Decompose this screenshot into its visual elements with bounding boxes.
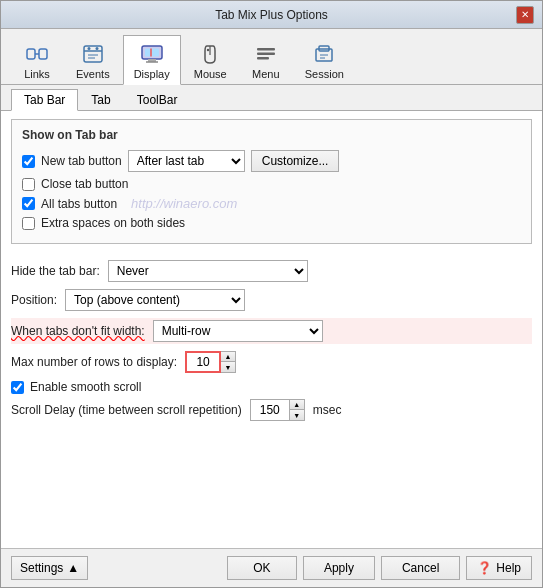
position-dropdown[interactable]: Top (above content) Bottom (below conten… <box>65 289 245 311</box>
smooth-scroll-row: Enable smooth scroll <box>11 380 532 394</box>
toolbar-item-display[interactable]: Display <box>123 35 181 85</box>
svg-rect-0 <box>27 49 35 59</box>
svg-rect-18 <box>257 57 269 60</box>
all-tabs-label[interactable]: All tabs button <box>41 197 117 211</box>
svg-rect-1 <box>39 49 47 59</box>
svg-rect-16 <box>257 48 275 51</box>
links-label: Links <box>24 68 50 80</box>
session-icon <box>310 40 338 68</box>
max-rows-label: Max number of rows to display: <box>11 355 177 369</box>
close-tab-button-row: Close tab button <box>22 177 521 191</box>
footer: Settings ▲ OK Apply Cancel ❓ Help <box>1 548 542 587</box>
section-inner: New tab button After last tab Before fir… <box>22 150 521 230</box>
scroll-delay-unit: msec <box>313 403 342 417</box>
settings-button[interactable]: Settings ▲ <box>11 556 88 580</box>
max-rows-input[interactable] <box>185 351 221 373</box>
svg-point-15 <box>207 49 209 51</box>
scroll-delay-spinner: ▲ ▼ <box>250 399 305 421</box>
hide-tab-bar-row: Hide the tab bar: Never When only one ta… <box>11 260 532 282</box>
svg-rect-17 <box>257 53 275 56</box>
tab-tab-bar[interactable]: Tab Bar <box>11 89 78 111</box>
content-area: Show on Tab bar New tab button After las… <box>1 111 542 548</box>
events-label: Events <box>76 68 110 80</box>
scroll-delay-label: Scroll Delay (time between scroll repeti… <box>11 403 242 417</box>
events-icon <box>79 40 107 68</box>
help-label: Help <box>496 561 521 575</box>
new-tab-position-dropdown[interactable]: After last tab Before first tab After cu… <box>128 150 245 172</box>
extra-spaces-row: Extra spaces on both sides <box>22 216 521 230</box>
footer-right: OK Apply Cancel ❓ Help <box>227 556 532 580</box>
max-rows-spinner: ▲ ▼ <box>185 351 236 373</box>
position-label: Position: <box>11 293 57 307</box>
settings-label: Settings <box>20 561 63 575</box>
new-tab-checkbox[interactable] <box>22 155 35 168</box>
help-icon: ❓ <box>477 561 492 575</box>
apply-button[interactable]: Apply <box>303 556 375 580</box>
extra-spaces-label[interactable]: Extra spaces on both sides <box>41 216 185 230</box>
when-tabs-label: When tabs don't fit width: <box>11 324 145 338</box>
ok-button[interactable]: OK <box>227 556 297 580</box>
svg-rect-12 <box>145 49 159 57</box>
all-tabs-checkbox[interactable] <box>22 197 35 210</box>
smooth-scroll-label[interactable]: Enable smooth scroll <box>30 380 141 394</box>
scroll-delay-spinner-buttons: ▲ ▼ <box>290 399 305 421</box>
close-tab-checkbox[interactable] <box>22 178 35 191</box>
when-tabs-row: When tabs don't fit width: Multi-row Scr… <box>11 318 532 344</box>
scroll-delay-up-button[interactable]: ▲ <box>290 400 304 410</box>
spinner-up-button[interactable]: ▲ <box>221 352 235 362</box>
main-window: Tab Mix Plus Options ✕ Links <box>0 0 543 588</box>
cancel-button[interactable]: Cancel <box>381 556 460 580</box>
display-icon <box>138 40 166 68</box>
spinner-buttons: ▲ ▼ <box>221 351 236 373</box>
links-icon <box>23 40 51 68</box>
display-label: Display <box>134 68 170 80</box>
tab-toolbar[interactable]: ToolBar <box>124 89 191 110</box>
mouse-label: Mouse <box>194 68 227 80</box>
hide-tab-bar-label: Hide the tab bar: <box>11 264 100 278</box>
smooth-scroll-checkbox[interactable] <box>11 381 24 394</box>
watermark: http://winaero.com <box>131 196 237 211</box>
mouse-icon <box>196 40 224 68</box>
hide-tab-bar-dropdown[interactable]: Never When only one tab Always <box>108 260 308 282</box>
extra-spaces-checkbox[interactable] <box>22 217 35 230</box>
svg-point-6 <box>95 47 98 50</box>
scroll-delay-down-button[interactable]: ▼ <box>290 410 304 420</box>
all-tabs-button-row: All tabs button http://winaero.com <box>22 196 521 211</box>
when-tabs-dropdown[interactable]: Multi-row Scroll Wrap <box>153 320 323 342</box>
toolbar-item-menu[interactable]: Menu <box>240 35 292 84</box>
settings-arrow-icon: ▲ <box>67 561 79 575</box>
toolbar-item-mouse[interactable]: Mouse <box>183 35 238 84</box>
menu-icon <box>252 40 280 68</box>
toolbar-item-links[interactable]: Links <box>11 35 63 84</box>
session-label: Session <box>305 68 344 80</box>
svg-rect-3 <box>84 46 102 62</box>
window-title: Tab Mix Plus Options <box>27 8 516 22</box>
tab-tab[interactable]: Tab <box>78 89 123 110</box>
scroll-delay-input[interactable] <box>250 399 290 421</box>
new-tab-button-row: New tab button After last tab Before fir… <box>22 150 521 172</box>
customize-button[interactable]: Customize... <box>251 150 340 172</box>
title-bar: Tab Mix Plus Options ✕ <box>1 1 542 29</box>
tab-bar-settings: Hide the tab bar: Never When only one ta… <box>11 252 532 436</box>
show-on-tab-bar-section: Show on Tab bar New tab button After las… <box>11 119 532 244</box>
scroll-delay-row: Scroll Delay (time between scroll repeti… <box>11 399 532 421</box>
toolbar-item-events[interactable]: Events <box>65 35 121 84</box>
toolbar-item-session[interactable]: Session <box>294 35 355 84</box>
svg-point-5 <box>87 47 90 50</box>
max-rows-row: Max number of rows to display: ▲ ▼ <box>11 351 532 373</box>
spinner-down-button[interactable]: ▼ <box>221 362 235 372</box>
help-button[interactable]: ❓ Help <box>466 556 532 580</box>
main-toolbar: Links Events <box>1 29 542 85</box>
new-tab-label[interactable]: New tab button <box>41 154 122 168</box>
close-tab-label[interactable]: Close tab button <box>41 177 128 191</box>
close-button[interactable]: ✕ <box>516 6 534 24</box>
tabs-bar: Tab Bar Tab ToolBar <box>1 85 542 111</box>
position-row: Position: Top (above content) Bottom (be… <box>11 289 532 311</box>
menu-label: Menu <box>252 68 280 80</box>
section-title: Show on Tab bar <box>22 128 521 142</box>
